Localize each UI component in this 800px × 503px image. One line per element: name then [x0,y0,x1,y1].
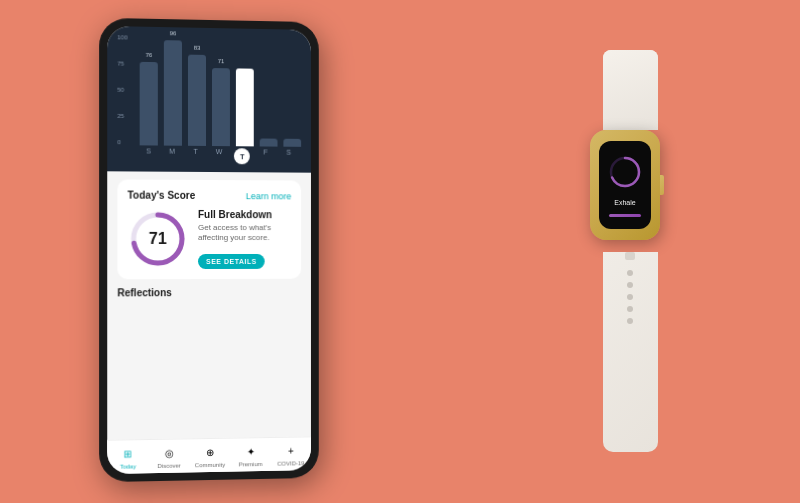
bar-group-t1: 83 [188,55,206,146]
day-labels: S M T W T F S [136,147,302,164]
nav-community-label: Community [195,462,225,469]
chart-area: 100 75 50 25 0 76 [107,26,311,173]
score-header: Today's Score Learn more [128,190,292,202]
watch-band-hole-2 [627,282,633,288]
day-s2: S [280,149,297,165]
day-f: F [257,148,274,164]
see-details-button[interactable]: SEE DETAILS [198,254,265,269]
bar-w: 71 [212,68,230,146]
day-t1: T [187,148,204,164]
score-circle: 71 [128,209,188,269]
watch-band-bottom [603,252,658,452]
bar-value-w: 71 [218,58,225,64]
nav-discover[interactable]: ◎ Discover [149,444,190,469]
y-axis-labels: 100 75 50 25 0 [117,34,127,145]
y-label-100: 100 [117,34,127,40]
bar-value-m: 96 [170,30,177,36]
watch-band-hole-4 [627,306,633,312]
watch-band-hole-3 [627,294,633,300]
bar-group-m: 96 [164,40,182,146]
premium-icon: ✦ [243,443,259,459]
breakdown-title: Full Breakdown [198,209,291,220]
bar-value-s1: 76 [145,52,152,58]
y-label-75: 75 [117,60,127,66]
breakdown-desc: Get access to what's affecting your scor… [198,223,291,244]
phone-screen: 100 75 50 25 0 76 [107,26,311,474]
watch-body: Exhale [590,130,660,240]
score-body: 71 Full Breakdown Get access to what's a… [128,209,292,269]
y-label-25: 25 [117,113,127,119]
watch-circle [606,153,644,191]
learn-more-link[interactable]: Learn more [246,191,291,201]
day-t-today: T [234,148,251,164]
score-value: 71 [149,230,167,248]
bar-group-f [260,138,278,146]
bar-s2 [283,139,301,147]
watch-band-holes [603,270,658,324]
score-section: Today's Score Learn more 71 [117,179,301,279]
bar-today: 71 [236,68,254,146]
bar-group-s1: 76 [140,62,158,146]
day-m: M [163,148,181,164]
nav-today-label: Today [120,463,136,469]
nav-premium-label: Premium [239,461,263,467]
bar-value-t1: 83 [194,45,201,51]
bar-s1: 76 [140,62,158,146]
day-w: W [210,148,227,164]
nav-today[interactable]: ⊞ Today [107,445,148,470]
day-today-highlight: T [234,148,250,164]
watch-screen: Exhale [599,141,651,229]
nav-covid[interactable]: + COVID-19 [271,442,311,467]
today-icon: ⊞ [120,445,136,461]
exhale-progress-bar [609,214,641,217]
nav-community[interactable]: ⊕ Community [190,444,231,469]
bar-group-w: 71 [212,68,230,146]
watch-band-top [603,50,658,130]
chart-bars: 76 96 83 [136,35,302,147]
watch-band-notch [625,252,635,260]
bar-t1: 83 [188,55,206,146]
watch-button[interactable] [660,175,664,195]
y-label-50: 50 [117,87,127,93]
content-area: Today's Score Learn more 71 [107,171,311,439]
day-s1: S [140,147,158,163]
bar-group-s2 [283,139,301,147]
breakdown-section: Full Breakdown Get access to what's affe… [198,209,291,269]
bar-m: 96 [164,40,182,146]
exhale-label: Exhale [614,199,635,206]
chart-container: 100 75 50 25 0 76 [117,34,301,166]
discover-icon: ◎ [161,445,177,461]
covid-icon: + [283,442,299,458]
bar-value-today: 71 [242,59,249,65]
nav-premium[interactable]: ✦ Premium [230,443,270,468]
scene: 100 75 50 25 0 76 [0,0,800,503]
phone: 100 75 50 25 0 76 [99,18,319,482]
nav-discover-label: Discover [157,463,180,469]
bar-group-t-today: 71 [236,68,254,146]
score-title: Today's Score [128,190,196,201]
y-label-0: 0 [117,139,127,145]
smartwatch: Exhale [560,50,690,450]
bottom-nav: ⊞ Today ◎ Discover ⊕ Community ✦ Premium… [107,436,311,474]
watch-band-hole-1 [627,270,633,276]
bar-f [260,138,278,146]
watch-band-hole-5 [627,318,633,324]
nav-covid-label: COVID-19 [277,460,304,466]
reflections-title: Reflections [117,287,301,299]
community-icon: ⊕ [202,444,218,460]
